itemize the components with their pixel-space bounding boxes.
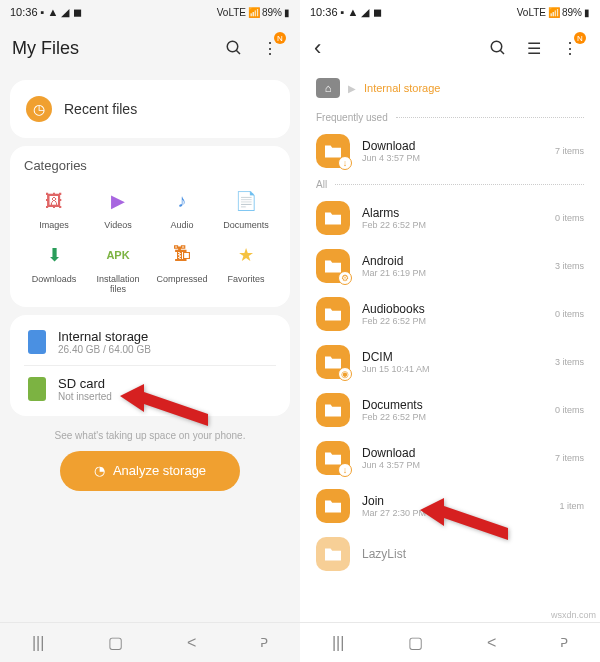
cat-downloads[interactable]: ⬇Downloads: [24, 241, 84, 295]
breadcrumb[interactable]: ⌂ ▶ Internal storage: [300, 72, 600, 108]
more-icon[interactable]: ⋮N: [252, 30, 288, 66]
download-badge-icon: ↓: [338, 156, 352, 170]
download-badge-icon: ↓: [338, 463, 352, 477]
nav-back[interactable]: <: [487, 634, 496, 652]
view-icon[interactable]: ☰: [516, 30, 552, 66]
phone-icon: [28, 330, 46, 354]
nav-home[interactable]: ▢: [108, 633, 123, 652]
watermark: wsxdn.com: [551, 610, 596, 620]
recent-card[interactable]: ◷ Recent files: [10, 80, 290, 138]
status-bar: 10:36 ▪ ▲ ◢ ◼ VoLTE 📶 89% ▮: [300, 0, 600, 24]
nav-bar: ||| ▢ < ᕈ: [300, 622, 600, 662]
chevron-right-icon: ▶: [348, 83, 356, 94]
nav-accessibility[interactable]: ᕈ: [260, 635, 268, 650]
folder-icon: ↓: [316, 134, 350, 168]
gear-badge-icon: ⚙: [338, 271, 352, 285]
folder-lazylist[interactable]: LazyList: [300, 530, 600, 578]
svg-point-0: [227, 41, 238, 52]
folder-dcim[interactable]: ◉ DCIMJun 15 10:41 AM 3 items: [300, 338, 600, 386]
analyze-icon: ◔: [94, 463, 105, 478]
sd-icon: [28, 377, 46, 401]
sd-card-row[interactable]: SD cardNot inserted: [24, 365, 276, 412]
camera-badge-icon: ◉: [338, 367, 352, 381]
folder-icon: ↓: [316, 441, 350, 475]
cat-apk[interactable]: APKInstallation files: [88, 241, 148, 295]
search-icon[interactable]: [480, 30, 516, 66]
analyze-button[interactable]: ◔ Analyze storage: [60, 451, 240, 491]
storage-hint: See what's taking up space on your phone…: [0, 430, 300, 441]
folder-icon: [316, 297, 350, 331]
section-all: All: [300, 175, 600, 194]
app-header: ‹ ☰ ⋮N: [300, 24, 600, 72]
folder-icon: [316, 489, 350, 523]
folder-audiobooks[interactable]: AudiobooksFeb 22 6:52 PM 0 items: [300, 290, 600, 338]
folder-documents[interactable]: DocumentsFeb 22 6:52 PM 0 items: [300, 386, 600, 434]
status-bar: 10:36 ▪ ▲ ◢ ◼ VoLTE 📶 89% ▮: [0, 0, 300, 24]
svg-line-1: [236, 50, 240, 54]
internal-storage-row[interactable]: Internal storage26.40 GB / 64.00 GB: [24, 319, 276, 365]
folder-join[interactable]: JoinMar 27 2:30 PM 1 item: [300, 482, 600, 530]
folder-icon: [316, 201, 350, 235]
folder-icon: [316, 393, 350, 427]
folder-android[interactable]: ⚙ AndroidMar 21 6:19 PM 3 items: [300, 242, 600, 290]
cat-videos[interactable]: ▶Videos: [88, 187, 148, 231]
clock-icon: ◷: [26, 96, 52, 122]
svg-line-4: [500, 50, 504, 54]
search-icon[interactable]: [216, 30, 252, 66]
cat-images[interactable]: 🖼Images: [24, 187, 84, 231]
home-icon[interactable]: ⌂: [316, 78, 340, 98]
folder-icon: [316, 537, 350, 571]
section-frequent: Frequently used: [300, 108, 600, 127]
folder-icon: ⚙: [316, 249, 350, 283]
cat-favorites[interactable]: ★Favorites: [216, 241, 276, 295]
cat-audio[interactable]: ♪Audio: [152, 187, 212, 231]
storage-card: Internal storage26.40 GB / 64.00 GB SD c…: [10, 315, 290, 416]
recent-label: Recent files: [64, 101, 137, 117]
nav-accessibility[interactable]: ᕈ: [560, 635, 568, 650]
app-header: My Files ⋮N: [0, 24, 300, 72]
cat-documents[interactable]: 📄Documents: [216, 187, 276, 231]
folder-icon: ◉: [316, 345, 350, 379]
back-icon[interactable]: ‹: [312, 35, 327, 61]
svg-point-3: [491, 41, 502, 52]
cat-compressed[interactable]: 🗜Compressed: [152, 241, 212, 295]
nav-bar: ||| ▢ < ᕈ: [0, 622, 300, 662]
categories-title: Categories: [24, 158, 276, 173]
folder-alarms[interactable]: AlarmsFeb 22 6:52 PM 0 items: [300, 194, 600, 242]
folder-download[interactable]: ↓ DownloadJun 4 3:57 PM 7 items: [300, 434, 600, 482]
nav-recents[interactable]: |||: [32, 634, 44, 652]
page-title: My Files: [12, 38, 216, 59]
nav-back[interactable]: <: [187, 634, 196, 652]
nav-home[interactable]: ▢: [408, 633, 423, 652]
categories-card: Categories 🖼Images ▶Videos ♪Audio 📄Docum…: [10, 146, 290, 307]
more-icon[interactable]: ⋮N: [552, 30, 588, 66]
nav-recents[interactable]: |||: [332, 634, 344, 652]
folder-download-freq[interactable]: ↓ DownloadJun 4 3:57 PM 7 items: [300, 127, 600, 175]
